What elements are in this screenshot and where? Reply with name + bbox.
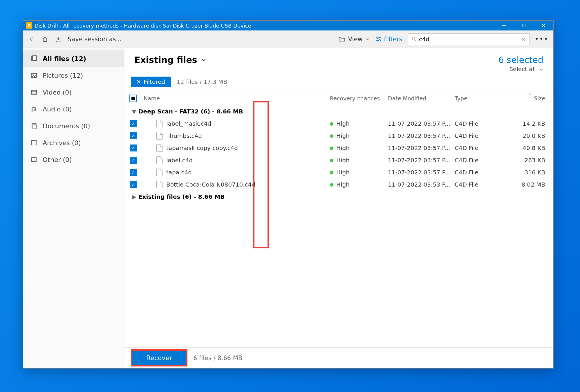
sidebar-item-label: Video (0) [43,89,72,96]
app-icon: 🛠 [26,22,32,29]
svg-rect-1 [522,24,525,27]
svg-line-9 [415,40,416,41]
file-icon [156,120,163,127]
column-size[interactable]: Size [507,95,553,102]
clear-search-icon[interactable] [521,37,526,41]
group-label: Existing files (6) - 8.66 MB [138,193,225,200]
filters-label: Filters [384,36,402,43]
save-button[interactable] [54,35,62,43]
status-dot-icon [330,183,333,187]
archives-icon [30,139,37,146]
filtered-chip[interactable]: Filtered [131,77,171,87]
file-size: 40.8 KB [507,144,553,151]
sidebar-item-all-files[interactable]: All files (12) [23,50,124,67]
svg-point-8 [412,37,415,40]
svg-point-5 [377,37,378,38]
date-modified: 11-07-2022 03:57 P... [388,132,455,139]
other-icon [30,156,37,163]
caret-right-icon: ▶ [130,193,138,200]
file-icon [156,132,163,140]
sidebar-item-label: Pictures (12) [43,72,83,79]
search-input[interactable] [417,36,521,43]
file-icon [156,156,163,164]
group-existing-files[interactable]: ▶ Existing files (6) - 8.66 MB [124,191,553,203]
sidebar-item-other[interactable]: Other (0) [23,151,124,168]
close-icon [541,24,545,28]
column-date-modified[interactable]: Date Modified [388,95,455,102]
group-label: Deep Scan - FAT32 (6) - 8.66 MB [138,108,243,115]
sidebar-item-audio[interactable]: Audio (0) [23,101,124,118]
back-button[interactable] [28,35,36,43]
sidebar-item-video[interactable]: Video (0) [23,84,124,101]
sort-asc-icon [529,93,532,95]
svg-point-23 [35,109,36,111]
app-window: 🛠 Disk Drill - All recovery methods - Ha… [23,20,554,368]
row-checkbox[interactable]: ✓ [130,144,137,151]
file-type: C4D File [455,120,507,127]
svg-point-15 [32,75,33,75]
view-dropdown[interactable]: View [338,36,370,43]
file-size: 20.0 KB [507,132,553,139]
group-deep-scan[interactable]: ▼ Deep Scan - FAT32 (6) - 8.66 MB [124,105,553,118]
sidebar-item-documents[interactable]: Documents (0) [23,118,124,134]
row-checkbox[interactable]: ✓ [130,181,137,188]
file-type: C4D File [455,144,507,151]
filters-button[interactable]: Filters [375,36,402,43]
row-checkbox[interactable]: ✓ [130,169,137,176]
file-type: C4D File [455,169,507,176]
row-checkbox[interactable]: ✓ [130,120,137,127]
status-dot-icon [330,134,333,138]
file-name: label.c4d [166,157,193,164]
column-recovery-chances[interactable]: Recovery chances [330,95,388,102]
more-menu[interactable]: ••• [535,35,549,43]
svg-point-7 [379,39,380,41]
row-checkbox[interactable]: ✓ [130,132,137,139]
table-row[interactable]: ✓label.c4dHigh11-07-2022 03:57 P...C4D F… [124,154,553,166]
file-size: 14.2 KB [507,120,553,127]
table-row[interactable]: ✓Bottle Coca-Cola N080710.c4dHigh11-07-2… [124,178,553,191]
footer-summary: 6 files / 8.66 MB [193,355,242,362]
sidebar-item-label: All files (12) [43,55,86,62]
table-row[interactable]: ✓Thumbs.c4dHigh11-07-2022 03:57 P...C4D … [124,130,553,142]
column-type[interactable]: Type [455,95,507,102]
file-name: tapamask copy copy.c4d [166,144,238,151]
table-row[interactable]: ✓tapamask copy copy.c4dHigh11-07-2022 03… [124,142,553,154]
file-icon [156,169,163,176]
recovery-chance: High [336,144,350,151]
sidebar-item-label: Other (0) [43,156,72,163]
column-name[interactable]: Name [142,95,330,102]
file-size: 8.02 MB [507,181,553,188]
sliders-icon [375,36,382,43]
sidebar-item-pictures[interactable]: Pictures (12) [23,67,124,84]
close-button[interactable] [534,21,553,30]
search-box[interactable] [408,33,530,45]
filtered-label: Filtered [144,78,165,85]
status-dot-icon [330,159,333,162]
table-row[interactable]: ✓tapa.c4dHigh11-07-2022 03:57 P...C4D Fi… [124,166,553,178]
page-title-dropdown[interactable]: Existing files [134,55,207,65]
maximize-icon [522,24,526,28]
recover-button[interactable]: Recover [131,349,187,366]
row-checkbox[interactable]: ✓ [130,157,137,164]
file-name: Bottle Coca-Cola N080710.c4d [166,181,255,188]
minimize-button[interactable] [494,21,514,30]
home-button[interactable] [41,35,49,43]
status-dot-icon [330,147,333,150]
master-checkbox[interactable] [129,95,137,102]
titlebar: 🛠 Disk Drill - All recovery methods - Ha… [23,21,553,30]
home-icon [41,36,48,43]
view-label: View [348,36,363,43]
svg-rect-13 [32,56,37,60]
file-size: 316 KB [507,169,553,176]
save-session-label[interactable]: Save session as... [68,36,122,43]
pictures-icon [30,72,37,79]
file-name: Thumbs.c4d [166,132,202,139]
date-modified: 11-07-2022 03:53 P... [388,181,455,188]
select-all-dropdown[interactable]: Select all [498,66,543,73]
sidebar-item-label: Archives (0) [43,139,81,147]
maximize-button[interactable] [514,21,534,30]
minimize-icon [502,24,506,28]
table-row[interactable]: ✓label_mask.c4dHigh11-07-2022 03:57 P...… [124,118,553,130]
date-modified: 11-07-2022 03:57 P... [388,144,455,151]
sidebar-item-archives[interactable]: Archives (0) [23,134,124,151]
